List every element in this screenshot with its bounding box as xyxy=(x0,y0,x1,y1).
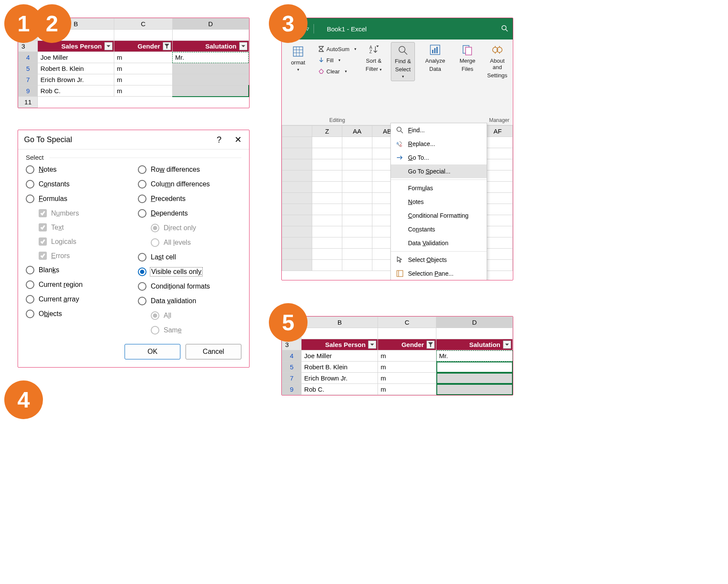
cell-salutation-selected[interactable] xyxy=(436,362,513,373)
find-select-menu: Find... ab Replace... Go To... Go To Spe… xyxy=(390,123,487,280)
cell-salutation-selected[interactable] xyxy=(172,63,249,74)
menu-find[interactable]: Find... xyxy=(391,123,487,137)
cell-name[interactable]: Rob C. xyxy=(302,384,378,395)
cell-gender[interactable]: m xyxy=(114,63,172,74)
format-button[interactable]: ormat▾ xyxy=(286,44,310,73)
cell-name[interactable]: Joe Miller xyxy=(38,52,114,63)
cell-salutation[interactable]: Mr. xyxy=(436,350,513,362)
close-button[interactable]: ✕ xyxy=(233,134,243,145)
menu-selection-pane[interactable]: Selection Pane... xyxy=(391,267,487,280)
check-text: Text xyxy=(39,223,129,231)
filter-button[interactable] xyxy=(368,341,376,349)
radio-formulas[interactable]: Formulas xyxy=(26,195,129,203)
cell-name[interactable]: Robert B. Klein xyxy=(302,362,378,373)
row-header[interactable]: 4 xyxy=(18,52,38,63)
svg-rect-7 xyxy=(432,50,433,53)
cell-gender[interactable]: m xyxy=(378,350,436,362)
radio-row-differences[interactable]: Row differences xyxy=(138,165,241,174)
cell-salutation-active[interactable]: Mr. xyxy=(172,52,249,63)
merge-files-button[interactable]: Merge Files xyxy=(455,42,479,74)
table-header-salutation: Salutation xyxy=(436,339,513,350)
row-header[interactable]: 9 xyxy=(18,85,38,97)
radio-blanks[interactable]: Blanks xyxy=(26,266,129,274)
cell-salutation-selected[interactable] xyxy=(172,74,249,85)
svg-rect-2 xyxy=(293,47,303,56)
row-header[interactable]: 9 xyxy=(282,384,302,395)
menu-constants[interactable]: Constants xyxy=(391,222,487,236)
cancel-button[interactable]: Cancel xyxy=(186,344,241,359)
filter-button-applied[interactable] xyxy=(163,42,171,50)
cell-gender[interactable]: m xyxy=(378,384,436,395)
ok-button[interactable]: OK xyxy=(125,344,180,359)
menu-formulas[interactable]: Formulas xyxy=(391,181,487,195)
help-button[interactable]: ? xyxy=(214,135,224,145)
menu-select-objects[interactable]: Select Objects xyxy=(391,253,487,267)
menu-goto[interactable]: Go To... xyxy=(391,151,487,164)
radio-last-cell[interactable]: Last cell xyxy=(138,253,241,262)
radio-direct-only: Direct only xyxy=(151,224,241,232)
menu-notes[interactable]: Notes xyxy=(391,195,487,209)
search-icon[interactable] xyxy=(501,24,509,33)
cell-salutation-selected[interactable] xyxy=(172,85,249,97)
radio-current-region[interactable]: Current region xyxy=(26,280,129,289)
menu-replace[interactable]: ab Replace... xyxy=(391,137,487,151)
menu-goto-special[interactable]: Go To Special... xyxy=(391,164,487,178)
svg-rect-8 xyxy=(434,48,436,53)
col-header-b[interactable]: B xyxy=(302,317,378,328)
cell-salutation-selected[interactable] xyxy=(436,373,513,384)
cell-gender[interactable]: m xyxy=(114,74,172,85)
col-header-c[interactable]: C xyxy=(114,18,172,30)
row-header[interactable]: 11 xyxy=(18,97,38,108)
find-select-button[interactable]: Find & Select ▾ xyxy=(391,42,415,81)
col-header[interactable]: Z xyxy=(312,126,342,137)
panel-spreadsheet-after: B C D 2 3 Sales Person Gender Salutation… xyxy=(281,316,513,395)
cell-gender[interactable]: m xyxy=(378,362,436,373)
radio-all-levels: All levels xyxy=(151,238,241,247)
menu-data-validation[interactable]: Data Validation xyxy=(391,236,487,250)
radio-conditional-formats[interactable]: Conditional formats xyxy=(138,282,241,291)
radio-objects[interactable]: Objects xyxy=(26,310,129,318)
cell-name[interactable]: Erich Brown Jr. xyxy=(302,373,378,384)
sort-filter-button[interactable]: AZ Sort & Filter ▾ xyxy=(362,42,386,74)
cell-gender[interactable]: m xyxy=(114,52,172,63)
radio-data-validation[interactable]: Data validation xyxy=(138,297,241,305)
radio-precedents[interactable]: Precedents xyxy=(138,195,241,203)
row-header[interactable]: 7 xyxy=(282,373,302,384)
radio-visible-cells-only[interactable]: Visible cells only xyxy=(138,268,241,276)
col-header-d[interactable]: D xyxy=(436,317,513,328)
cell-gender[interactable]: m xyxy=(114,85,172,97)
radio-constants[interactable]: Constants xyxy=(26,180,129,189)
filter-button[interactable] xyxy=(503,341,511,349)
radio-current-array[interactable]: Current array xyxy=(26,295,129,304)
row-header[interactable]: 5 xyxy=(282,362,302,373)
ribbon: ormat▾ AutoSum ▾ Fill ▾ Clear ▾ Editing xyxy=(282,40,513,125)
col-header-c[interactable]: C xyxy=(378,317,436,328)
cell-name[interactable]: Rob C. xyxy=(38,85,114,97)
svg-rect-11 xyxy=(466,47,472,55)
cell-name[interactable]: Robert B. Klein xyxy=(38,63,114,74)
col-header[interactable]: AF xyxy=(483,126,513,137)
radio-dependents[interactable]: Dependents xyxy=(138,209,241,218)
menu-conditional-formatting[interactable]: Conditional Formatting xyxy=(391,209,487,222)
col-header-d[interactable]: D xyxy=(172,18,249,30)
row-header[interactable]: 7 xyxy=(18,74,38,85)
col-header[interactable]: AA xyxy=(342,126,372,137)
clear-button[interactable]: Clear ▾ xyxy=(318,66,356,76)
cell-name[interactable]: Joe Miller xyxy=(302,350,378,362)
radio-notes[interactable]: Notes xyxy=(26,165,129,174)
ribbon-group-editing: Editing xyxy=(315,117,359,123)
analyze-data-button[interactable]: Analyze Data xyxy=(423,42,448,74)
radio-column-differences[interactable]: Column differences xyxy=(138,180,241,189)
cell-gender[interactable]: m xyxy=(378,373,436,384)
fill-button[interactable]: Fill ▾ xyxy=(318,55,356,65)
filter-button[interactable] xyxy=(239,42,247,50)
autosum-button[interactable]: AutoSum ▾ xyxy=(318,44,356,54)
row-header[interactable]: 5 xyxy=(18,63,38,74)
filter-button[interactable] xyxy=(104,42,113,50)
cell-name[interactable]: Erich Brown Jr. xyxy=(38,74,114,85)
about-settings-button[interactable]: About and Settings xyxy=(484,42,510,80)
cell-salutation-selected[interactable] xyxy=(436,384,513,395)
row-header[interactable]: 4 xyxy=(282,350,302,362)
filter-button-applied[interactable] xyxy=(426,341,435,349)
check-logicals: Logicals xyxy=(39,237,129,246)
